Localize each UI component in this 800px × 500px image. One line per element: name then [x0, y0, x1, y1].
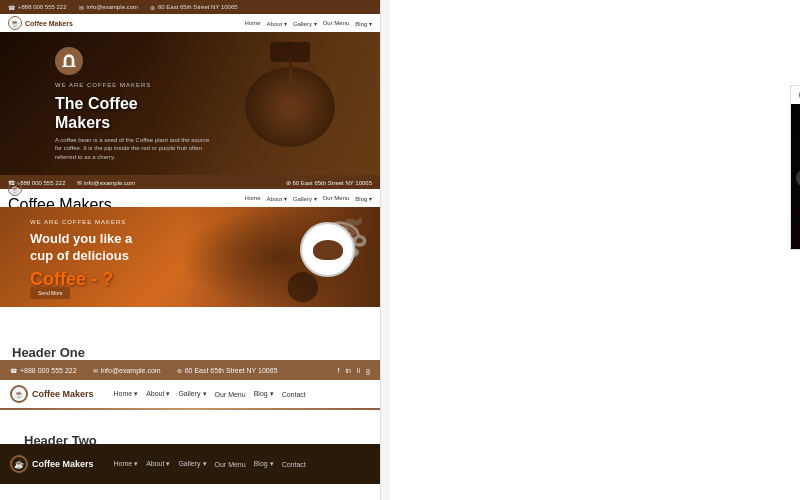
- bot-nav-home[interactable]: Home: [245, 195, 261, 202]
- h1-logo-text: Coffee Makers: [32, 389, 94, 399]
- h2-logo-circle: ☕: [10, 455, 28, 473]
- header-one-main: ☕ Coffee Makers Home ▾ About ▾ Gallery ▾…: [0, 380, 380, 408]
- hero-title: The CoffeeMakers: [55, 94, 138, 132]
- h1-nav-blog[interactable]: Blog ▾: [254, 390, 274, 398]
- h1-address: 60 East 65th Street NY 10065: [177, 367, 278, 374]
- h1-address-text: 60 East 65th Street NY 10065: [185, 367, 278, 374]
- phone-icon: [8, 4, 15, 11]
- nav-gallery[interactable]: Gallery ▾: [293, 20, 317, 27]
- top-header-bar: +888 000 555 222 info@example.com 60 Eas…: [0, 0, 380, 14]
- top-nav-bar: ☕ Coffee Makers Home About ▾ Gallery ▾ O…: [0, 14, 380, 32]
- left-panel: +888 000 555 222 info@example.com 60 Eas…: [0, 0, 380, 500]
- bs-hero: ');background:linear-gradient(135deg,rgb…: [791, 104, 800, 250]
- bot-nav-blog[interactable]: Blog ▾: [355, 195, 372, 202]
- nav-about[interactable]: About ▾: [267, 20, 287, 27]
- h1-nav-contact[interactable]: Contact: [282, 390, 306, 398]
- email-info: info@example.com: [79, 4, 138, 11]
- logo-circle: ☕: [8, 16, 22, 30]
- header-two-main: ☕ Coffee Makers Home ▾ About ▾ Gallery ▾…: [0, 444, 380, 484]
- nav-home[interactable]: Home: [245, 20, 261, 27]
- bot-nav-menu[interactable]: Our Menu: [323, 195, 350, 202]
- header-bar-one: +888 000 555 222 info@example.com 60 Eas…: [0, 360, 380, 418]
- logo-text: Coffee Makers: [25, 20, 73, 27]
- email-icon: [79, 4, 84, 11]
- panel-separator: [380, 0, 381, 500]
- nav-blog[interactable]: Blog ▾: [355, 20, 372, 27]
- bot-hero: ☕ ⬤ We are Coffee Makers Would you like …: [0, 207, 380, 307]
- bot-nav-links: Home About ▾ Gallery ▾ Our Menu Blog ▾: [245, 195, 372, 202]
- header-bar-two: ☕ Coffee Makers Home ▾ About ▾ Gallery ▾…: [0, 444, 380, 494]
- h2-nav-home[interactable]: Home ▾: [114, 460, 139, 468]
- bot-hero-btn[interactable]: Send More: [30, 287, 70, 299]
- bot-nav-bar: ☕ Coffee Makers Home About ▾ Gallery ▾ O…: [0, 189, 380, 207]
- h1-nav-home[interactable]: Home ▾: [114, 390, 139, 398]
- bot-nav-about[interactable]: About ▾: [267, 195, 287, 202]
- h1-email-text: info@example.com: [101, 367, 161, 374]
- h1-li-icon[interactable]: li: [357, 367, 360, 374]
- plugin-icons-row: ✦ CODESTARFRAMEWORK e 🐵: [790, 262, 800, 330]
- hero-badge: [55, 47, 83, 75]
- email-text: info@example.com: [87, 4, 138, 10]
- h1-tw-icon[interactable]: in: [346, 367, 351, 374]
- phone-text: +888 000 555 222: [18, 4, 67, 10]
- h1-logo-circle: ☕: [10, 385, 28, 403]
- header-one-top: +888 000 555 222 info@example.com 60 Eas…: [0, 360, 380, 380]
- h1-bottom-line: [0, 408, 380, 410]
- h1-phone: +888 000 555 222: [10, 367, 77, 374]
- top-logo: ☕ Coffee Makers: [8, 16, 73, 30]
- screenshot-top: +888 000 555 222 info@example.com 60 Eas…: [0, 0, 380, 175]
- h2-nav-blog[interactable]: Blog ▾: [254, 460, 274, 468]
- h2-logo: ☕ Coffee Makers: [10, 455, 94, 473]
- screenshot-bottom: ☎ +888 000 555 222 ✉ info@example.com ⊛ …: [0, 175, 380, 307]
- h2-nav-about[interactable]: About ▾: [146, 460, 170, 468]
- h1-fb-icon[interactable]: f: [338, 367, 340, 374]
- h1-location-icon: [177, 367, 182, 374]
- bot-tag: We are Coffee Makers: [30, 219, 126, 225]
- hero-sub: A coffee bean is a seed of the Coffee pl…: [55, 136, 215, 161]
- h1-email: info@example.com: [93, 367, 161, 374]
- top-nav-links: Home About ▾ Gallery ▾ Our Menu Blog ▾: [245, 20, 372, 27]
- bot-logo-circle: ☕: [8, 182, 22, 196]
- nav-menu[interactable]: Our Menu: [323, 20, 350, 27]
- h2-nav: Home ▾ About ▾ Gallery ▾ Our Menu Blog ▾…: [114, 460, 306, 468]
- bs-nav: ☕ Coffee Makers Home About ▾ Gallery ▾ O…: [791, 86, 800, 104]
- h1-logo: ☕ Coffee Makers: [10, 385, 94, 403]
- h2-nav-contact[interactable]: Contact: [282, 460, 306, 468]
- h1-social: f in li g: [338, 367, 370, 374]
- location-icon: [150, 4, 155, 11]
- h1-nav-menu[interactable]: Our Menu: [215, 390, 246, 398]
- address-text: 60 East 65th Street NY 10065: [158, 4, 238, 10]
- h1-nav-gallery[interactable]: Gallery ▾: [178, 390, 206, 398]
- h2-nav-gallery[interactable]: Gallery ▾: [178, 460, 206, 468]
- h1-nav: Home ▾ About ▾ Gallery ▾ Our Menu Blog ▾…: [114, 390, 306, 398]
- h1-phone-icon: [10, 367, 17, 374]
- h1-phone-text: +888 000 555 222: [20, 367, 77, 374]
- hero-tag: We are Coffee Makers: [55, 82, 151, 88]
- h1-nav-about[interactable]: About ▾: [146, 390, 170, 398]
- h2-nav-menu[interactable]: Our Menu: [215, 460, 246, 468]
- coffee-cup-visual: [300, 222, 355, 277]
- bot-nav-gallery[interactable]: Gallery ▾: [293, 195, 317, 202]
- big-screenshot: ☕ Coffee Makers Home About ▾ Gallery ▾ O…: [790, 85, 800, 250]
- phone-info: +888 000 555 222: [8, 4, 67, 11]
- bot-hero-title: Would you like acup of delicious: [30, 231, 132, 265]
- h2-logo-text: Coffee Makers: [32, 459, 94, 469]
- h1-gp-icon[interactable]: g: [366, 367, 370, 374]
- bot-address: ⊛ 60 East 65th Street NY 10065: [286, 179, 372, 186]
- h1-email-icon: [93, 367, 98, 374]
- coffee-pour-visual: [230, 42, 350, 172]
- right-panel: Coffee Maker Elementor WordPress Theme ☕…: [390, 0, 800, 500]
- top-hero: We are Coffee Makers The CoffeeMakers A …: [0, 32, 380, 175]
- address-info: 60 East 65th Street NY 10065: [150, 4, 238, 11]
